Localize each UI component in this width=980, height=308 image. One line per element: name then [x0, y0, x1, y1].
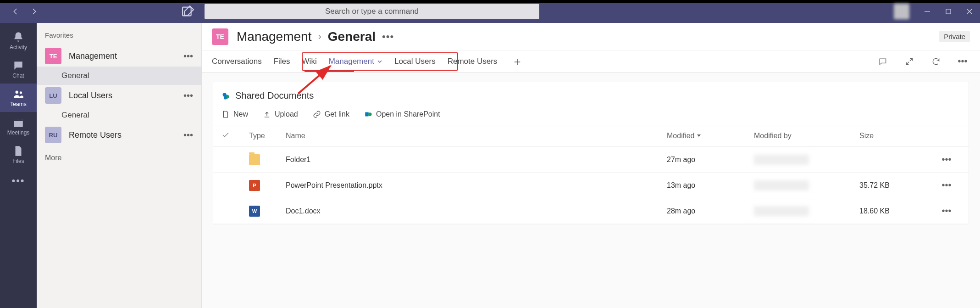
- open-sharepoint-button[interactable]: Open in SharePoint: [364, 110, 440, 118]
- back-button[interactable]: [6, 2, 25, 21]
- team-avatar: RU: [45, 127, 61, 143]
- rail-more[interactable]: •••: [0, 172, 37, 190]
- tab-conversations[interactable]: Conversations: [212, 50, 262, 72]
- search-input[interactable]: [205, 4, 539, 19]
- rail-files[interactable]: Files: [0, 140, 37, 169]
- rail-teams[interactable]: Teams: [0, 84, 37, 112]
- tab-label: Management: [329, 57, 374, 66]
- page-icon: [221, 110, 230, 118]
- crumb-more-icon[interactable]: •••: [382, 31, 394, 43]
- bell-icon: [12, 31, 24, 43]
- col-type[interactable]: Type: [249, 132, 286, 140]
- file-modified: 28m ago: [667, 207, 754, 215]
- file-modified-by: [754, 180, 809, 190]
- rail-chat[interactable]: Chat: [0, 55, 37, 84]
- svg-rect-15: [365, 112, 369, 117]
- svg-point-16: [368, 112, 372, 116]
- row-more-icon[interactable]: •••: [933, 180, 960, 190]
- calendar-icon: [12, 117, 24, 129]
- close-button[interactable]: [959, 1, 980, 22]
- rail-label: Activity: [10, 44, 27, 50]
- row-more-icon[interactable]: •••: [933, 206, 960, 216]
- word-icon: W: [249, 206, 260, 217]
- header-team-avatar: TE: [212, 28, 228, 45]
- svg-rect-2: [946, 9, 951, 14]
- tab-more-icon[interactable]: •••: [955, 54, 970, 69]
- team-row-remote-users[interactable]: RU Remote Users •••: [37, 124, 201, 146]
- active-tab-underline: [305, 71, 354, 72]
- sidebar-more[interactable]: More: [37, 146, 201, 170]
- tab-files[interactable]: Files: [274, 50, 290, 72]
- select-all-checkbox[interactable]: [221, 131, 249, 141]
- channel-general[interactable]: General: [37, 106, 201, 124]
- toggle-chat-icon[interactable]: [875, 54, 890, 69]
- sharepoint-icon: [364, 110, 372, 118]
- forward-button[interactable]: [25, 2, 43, 21]
- getlink-button[interactable]: Get link: [313, 110, 349, 118]
- minimize-button[interactable]: [917, 1, 938, 22]
- team-row-management[interactable]: TE Management •••: [37, 45, 201, 67]
- file-modified-by: [754, 206, 809, 216]
- team-more-icon[interactable]: •••: [183, 130, 193, 140]
- table-row[interactable]: P PowerPoint Presentation.pptx 13m ago 3…: [213, 173, 969, 198]
- upload-icon: [263, 110, 271, 118]
- tab-local-users[interactable]: Local Users: [394, 50, 436, 72]
- file-size: 35.72 KB: [859, 181, 933, 190]
- btn-label: Get link: [325, 110, 349, 118]
- upload-button[interactable]: Upload: [263, 110, 298, 118]
- add-tab-button[interactable]: ＋: [512, 54, 523, 69]
- team-more-icon[interactable]: •••: [183, 51, 193, 62]
- channel-general[interactable]: General: [37, 67, 201, 85]
- col-modified-by[interactable]: Modified by: [754, 132, 859, 140]
- privacy-badge: Private: [939, 31, 970, 42]
- team-row-local-users[interactable]: LU Local Users •••: [37, 85, 201, 106]
- tab-remote-users[interactable]: Remote Users: [448, 50, 498, 72]
- row-more-icon[interactable]: •••: [933, 154, 960, 165]
- rail-label: Files: [12, 158, 24, 164]
- crumb-channel: General: [328, 29, 376, 44]
- chevron-down-icon: [377, 59, 382, 64]
- team-name: Remote Users: [69, 130, 176, 140]
- tab-management[interactable]: Management: [329, 50, 382, 72]
- user-avatar[interactable]: [894, 4, 909, 19]
- teams-icon: [12, 88, 24, 100]
- file-name[interactable]: Folder1: [286, 156, 667, 164]
- rail-meetings[interactable]: Meetings: [0, 112, 37, 140]
- app-rail: Activity Chat Teams Meetings Files •••: [0, 23, 37, 308]
- documents-area: Shared Documents New Upload Get link Ope…: [202, 73, 980, 308]
- file-name[interactable]: Doc1.docx: [286, 207, 667, 215]
- team-avatar: TE: [45, 48, 61, 64]
- documents-toolbar: New Upload Get link Open in SharePoint: [213, 104, 969, 125]
- search-container: [205, 4, 539, 19]
- folder-icon: [249, 154, 260, 165]
- col-modified[interactable]: Modified: [667, 132, 754, 140]
- documents-title-text: Shared Documents: [235, 90, 314, 101]
- table-row[interactable]: W Doc1.docx 28m ago 18.60 KB •••: [213, 198, 969, 224]
- file-modified: 13m ago: [667, 181, 754, 190]
- window-top-strip: [0, 0, 980, 3]
- btn-label: Upload: [275, 110, 298, 118]
- col-name[interactable]: Name: [286, 132, 667, 140]
- col-size[interactable]: Size: [859, 132, 933, 140]
- tab-wiki[interactable]: Wiki: [302, 50, 317, 72]
- maximize-button[interactable]: [938, 1, 959, 22]
- title-bar: [0, 0, 980, 23]
- btn-label: New: [233, 110, 248, 118]
- table-row[interactable]: Folder1 27m ago •••: [213, 147, 969, 173]
- team-more-icon[interactable]: •••: [183, 90, 193, 101]
- documents-title: Shared Documents: [213, 82, 969, 104]
- expand-icon[interactable]: [902, 54, 917, 69]
- svg-rect-8: [14, 119, 23, 121]
- table-header: Type Name Modified Modified by Size: [213, 125, 969, 147]
- reload-icon[interactable]: [929, 54, 943, 69]
- chat-icon: [12, 60, 24, 72]
- rail-activity[interactable]: Activity: [0, 27, 37, 55]
- breadcrumb: Management › General •••: [237, 29, 394, 44]
- crumb-team[interactable]: Management: [237, 29, 311, 44]
- file-name[interactable]: PowerPoint Presentation.pptx: [286, 181, 667, 190]
- documents-panel: Shared Documents New Upload Get link Ope…: [213, 82, 969, 224]
- file-size: 18.60 KB: [859, 207, 933, 215]
- new-button[interactable]: New: [221, 110, 248, 118]
- compose-icon[interactable]: [181, 4, 195, 19]
- btn-label: Open in SharePoint: [376, 110, 440, 118]
